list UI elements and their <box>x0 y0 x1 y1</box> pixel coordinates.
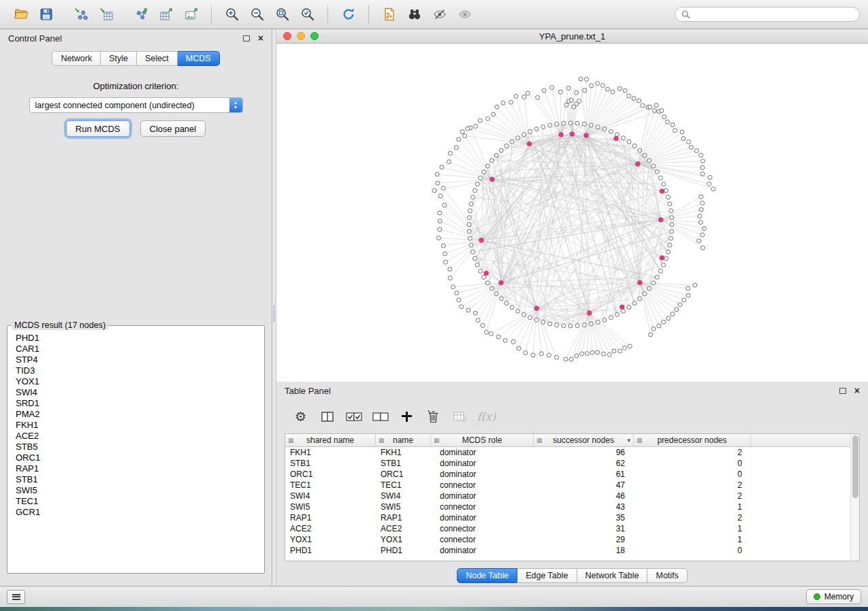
function-icon: f(x) <box>477 410 496 423</box>
delete-column-button[interactable] <box>420 410 447 424</box>
mcds-result-item[interactable]: FKH1 <box>8 420 263 431</box>
table-row[interactable]: SWI4SWI4dominator462 <box>285 491 859 501</box>
mcds-result-item[interactable]: YOX1 <box>8 376 263 387</box>
mcds-result-item[interactable]: STP4 <box>8 354 263 365</box>
zoom-selected-button[interactable] <box>295 4 320 25</box>
import-table-button[interactable] <box>93 4 118 25</box>
column-header[interactable]: ▦MCDS role▾ <box>431 434 534 446</box>
mcds-result-item[interactable]: TEC1 <box>8 496 263 507</box>
search-box <box>675 7 860 22</box>
column-type-icon: ▦ <box>379 437 385 444</box>
cell-predecessor-nodes: 1 <box>634 523 751 534</box>
control-panel-tab[interactable]: Network <box>52 51 101 66</box>
mcds-result-item[interactable]: GCR1 <box>8 507 263 518</box>
column-header[interactable]: ▦successor nodes▾ <box>534 434 634 446</box>
cell-successor-nodes: 31 <box>534 523 634 534</box>
find-button[interactable] <box>402 4 427 25</box>
table-tabs-row: Node TableEdge TableNetwork TableMotifs <box>276 561 868 586</box>
cell-predecessor-nodes: 2 <box>634 480 751 491</box>
table-tab[interactable]: Edge Table <box>517 568 577 583</box>
cell-mcds-role: dominator <box>431 512 534 523</box>
mcds-result-title: MCDS result (17 nodes) <box>12 320 108 330</box>
control-panel-tab[interactable]: MCDS <box>178 51 220 66</box>
mcds-result-item[interactable]: CAR1 <box>8 344 263 354</box>
split-panel-button[interactable] <box>314 411 340 423</box>
table-row[interactable]: ACE2ACE2connector311 <box>285 523 859 534</box>
table-tab[interactable]: Network Table <box>577 568 648 583</box>
mcds-result-item[interactable]: STB5 <box>8 442 263 452</box>
table-row[interactable]: FKH1FKH1dominator962 <box>285 447 859 458</box>
control-panel-tab[interactable]: Style <box>101 51 137 66</box>
hide-graphics-details-button[interactable] <box>427 4 452 25</box>
column-header[interactable]: ▦name▾ <box>376 434 431 446</box>
delete-table-button[interactable] <box>447 411 473 423</box>
trash-icon <box>428 410 439 423</box>
table-row[interactable]: SWI5SWI5connector431 <box>285 501 859 512</box>
control-panel-tab[interactable]: Select <box>137 51 178 66</box>
mcds-result-item[interactable]: SWI5 <box>8 485 263 496</box>
table-row[interactable]: RAP1RAP1dominator352 <box>285 512 859 523</box>
zoom-out-icon <box>250 7 265 22</box>
memory-label: Memory <box>824 592 854 601</box>
select-all-columns-button[interactable] <box>340 411 367 423</box>
create-column-button[interactable] <box>393 411 420 423</box>
network-canvas[interactable] <box>276 44 868 382</box>
mcds-result-item[interactable]: ACE2 <box>8 431 263 442</box>
table-row[interactable]: STB1STB1dominator620 <box>285 458 859 469</box>
close-table-panel-icon[interactable]: × <box>854 386 860 395</box>
column-type-icon: ▦ <box>434 437 440 444</box>
mcds-result-item[interactable]: STB1 <box>8 474 263 485</box>
search-input[interactable] <box>694 9 853 20</box>
export-image-button[interactable] <box>178 4 204 25</box>
table-row[interactable]: PHD1PHD1dominator180 <box>285 545 859 556</box>
run-mcds-button[interactable]: Run MCDS <box>66 120 130 137</box>
floppy-disk-icon <box>39 7 54 22</box>
cell-predecessor-nodes: 0 <box>634 458 751 469</box>
deselect-all-columns-button[interactable] <box>367 411 393 423</box>
table-scrollbar[interactable] <box>850 434 859 561</box>
table-panel-title: Table Panel <box>285 386 331 396</box>
memory-button[interactable]: Memory <box>806 589 861 604</box>
export-table-button[interactable] <box>153 4 178 25</box>
column-header[interactable]: ▦predecessor nodes▾ <box>634 434 751 446</box>
optimization-dropdown[interactable]: largest connected component (undirected)… <box>29 97 243 113</box>
network-document-button[interactable] <box>376 4 402 25</box>
table-tab[interactable]: Node Table <box>457 568 517 583</box>
mcds-result-item[interactable]: TID3 <box>8 365 263 376</box>
cell-successor-nodes: 43 <box>534 501 634 512</box>
splitter-grip-icon <box>273 305 275 323</box>
close-panel-button[interactable]: Close panel <box>140 120 206 137</box>
table-row[interactable]: TEC1TEC1connector472 <box>285 480 859 491</box>
table-tab[interactable]: Motifs <box>647 568 687 583</box>
mcds-result-item[interactable]: PHD1 <box>8 333 263 344</box>
scrollbar-thumb[interactable] <box>852 435 858 498</box>
workspace: Control Panel × NetworkStyleSelectMCDS O… <box>0 29 868 586</box>
save-session-button[interactable] <box>33 4 59 25</box>
task-history-button[interactable] <box>7 590 25 604</box>
mcds-result-item[interactable]: SWI4 <box>8 387 263 398</box>
column-type-icon: ▦ <box>288 437 294 444</box>
mcds-result-item[interactable]: SRD1 <box>8 398 263 409</box>
table-options-button[interactable]: ⚙ <box>287 410 314 424</box>
export-network-button[interactable] <box>128 4 153 25</box>
cell-predecessor-nodes: 2 <box>634 491 751 501</box>
zoom-in-button[interactable] <box>219 4 244 25</box>
close-panel-icon[interactable]: × <box>258 33 263 43</box>
function-builder-button[interactable]: f(x) <box>473 410 500 424</box>
mcds-result-item[interactable]: ORC1 <box>8 452 263 463</box>
mcds-result-item[interactable]: RAP1 <box>8 463 263 474</box>
open-file-button[interactable] <box>8 4 33 25</box>
show-graphics-details-button[interactable] <box>452 4 477 25</box>
refresh-view-button[interactable] <box>336 4 361 25</box>
zoom-fit-button[interactable] <box>270 4 295 25</box>
mcds-result-item[interactable]: PMA2 <box>8 409 263 420</box>
zoom-out-button[interactable] <box>244 4 270 25</box>
float-panel-icon[interactable] <box>243 35 250 42</box>
table-row[interactable]: ORC1ORC1dominator610 <box>285 469 859 480</box>
float-table-panel-icon[interactable] <box>839 388 846 394</box>
import-network-button[interactable] <box>68 4 93 25</box>
table-row[interactable]: YOX1YOX1connector291 <box>285 534 859 545</box>
column-header[interactable]: ▦shared name▾ <box>285 434 376 446</box>
checked-boxes-icon <box>346 412 362 422</box>
application-window: Control Panel × NetworkStyleSelectMCDS O… <box>0 0 868 611</box>
